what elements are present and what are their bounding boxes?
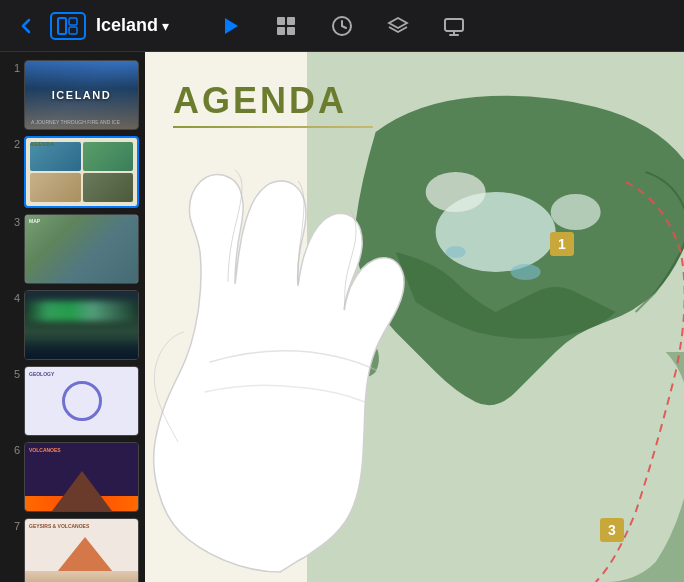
back-button[interactable]	[12, 12, 40, 40]
slide-thumbnail-3[interactable]: MAP	[24, 214, 139, 284]
slide-item-2[interactable]: 2 AGENDA	[6, 136, 139, 208]
slide-thumbnail-7[interactable]: GEYSIRS & VOLCANOES	[24, 518, 139, 582]
slide-item-5[interactable]: 5 GEOLOGY	[6, 366, 139, 436]
view-toggle-button[interactable]	[50, 12, 86, 40]
toolbar-center	[216, 12, 468, 40]
presentation-title: Iceland	[96, 15, 158, 36]
agenda-title: AGENDA	[173, 80, 373, 122]
slide-thumbnail-6[interactable]: VOLCANOES	[24, 442, 139, 512]
title-chevron-icon: ▾	[162, 18, 169, 34]
slide-number-1: 1	[6, 60, 20, 74]
svg-rect-0	[58, 18, 66, 34]
svg-point-16	[425, 172, 485, 212]
slide-thumbnail-4[interactable]	[24, 290, 139, 360]
slide-number-7: 7	[6, 518, 20, 532]
svg-rect-7	[287, 27, 295, 35]
slide-item-4[interactable]: 4	[6, 290, 139, 360]
slide-number-4: 4	[6, 290, 20, 304]
svg-rect-5	[287, 17, 295, 25]
svg-point-18	[510, 264, 540, 280]
slide-number-3: 3	[6, 214, 20, 228]
slide-panel: 1 ICELAND A JOURNEY THROUGH FIRE AND ICE…	[0, 52, 145, 582]
svg-rect-1	[69, 18, 77, 25]
svg-rect-11	[445, 19, 463, 31]
agenda-slide: 1 3 AGENDA	[145, 52, 684, 582]
svg-point-17	[550, 194, 600, 230]
svg-marker-3	[225, 18, 238, 34]
slide-item-3[interactable]: 3 MAP	[6, 214, 139, 284]
clock-button[interactable]	[328, 12, 356, 40]
svg-rect-4	[277, 17, 285, 25]
slide-thumbnail-1[interactable]: ICELAND A JOURNEY THROUGH FIRE AND ICE	[24, 60, 139, 130]
toolbar: Iceland ▾	[0, 0, 684, 52]
map-badge-3: 3	[600, 518, 624, 542]
svg-point-19	[445, 246, 465, 258]
play-button[interactable]	[216, 12, 244, 40]
agenda-underline	[173, 126, 373, 128]
slide-item-7[interactable]: 7 GEYSIRS & VOLCANOES	[6, 518, 139, 582]
svg-rect-2	[69, 27, 77, 34]
layers-button[interactable]	[384, 12, 412, 40]
svg-rect-6	[277, 27, 285, 35]
slide-thumbnail-2[interactable]: AGENDA	[24, 136, 139, 208]
slide-item-6[interactable]: 6 VOLCANOES	[6, 442, 139, 512]
svg-line-10	[342, 26, 346, 28]
main-content: 1 3 AGENDA	[145, 52, 684, 582]
agenda-header: AGENDA	[173, 80, 373, 128]
screen-button[interactable]	[440, 12, 468, 40]
slide-number-2: 2	[6, 136, 20, 150]
slide-number-5: 5	[6, 366, 20, 380]
map-background: 1 3	[307, 52, 684, 582]
grid-view-button[interactable]	[272, 12, 300, 40]
slide-number-6: 6	[6, 442, 20, 456]
slide-item-1[interactable]: 1 ICELAND A JOURNEY THROUGH FIRE AND ICE	[6, 60, 139, 130]
map-badge-1: 1	[550, 232, 574, 256]
title-area[interactable]: Iceland ▾	[96, 15, 169, 36]
slide-thumbnail-5[interactable]: GEOLOGY	[24, 366, 139, 436]
